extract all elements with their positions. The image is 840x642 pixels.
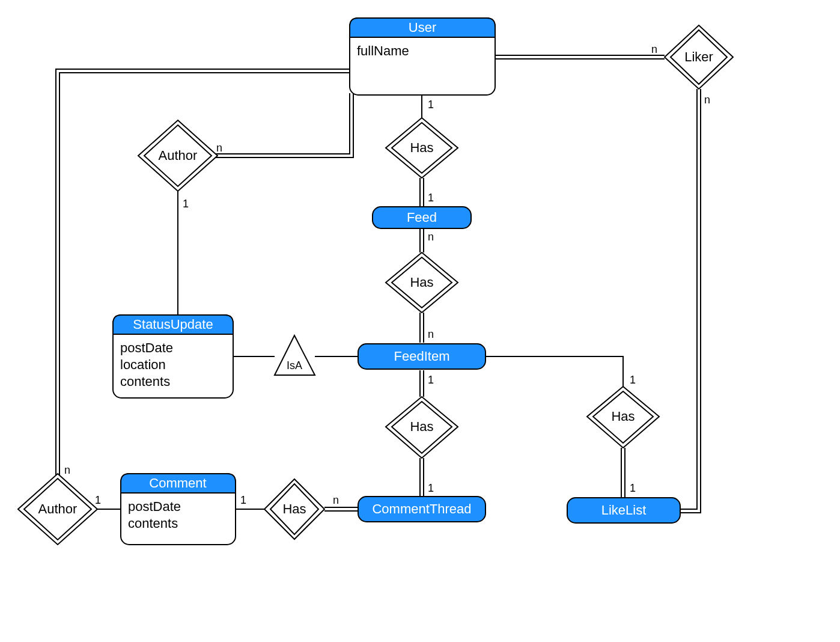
card-ll-1: 1 <box>630 482 636 494</box>
entity-user-title: User <box>409 20 436 35</box>
entity-feeditem: FeedItem <box>358 344 485 369</box>
rel-has-ct-comment-label: Has <box>282 501 306 516</box>
entity-comment-attr-1: contents <box>128 516 178 531</box>
rel-has-feeditem-likelist-label: Has <box>611 409 635 424</box>
rel-has-feed-feeditem-label: Has <box>410 275 433 290</box>
rel-author-comment-label: Author <box>38 501 78 516</box>
card-author-status-1: 1 <box>183 198 189 210</box>
entity-statusupdate-attr-2: contents <box>120 374 170 389</box>
entity-feed: Feed <box>373 207 471 228</box>
card-author-comment-1: 1 <box>95 494 101 506</box>
rel-liker-label: Liker <box>684 49 713 64</box>
entity-likelist: LikeList <box>567 498 680 523</box>
er-diagram: 1 1 n n 1 1 n 1 1 n 1 n n n 1 1 User ful… <box>0 0 840 642</box>
entity-comment-attr-0: postDate <box>128 499 181 514</box>
rel-liker: Liker <box>665 25 733 89</box>
card-liker-user-n: n <box>651 43 657 55</box>
entity-user-attr-0: fullName <box>357 43 409 58</box>
card-feeditem-n: n <box>428 328 434 340</box>
rel-has-user-feed-label: Has <box>410 140 433 155</box>
rel-author-comment: Author <box>18 474 97 545</box>
card-feeditem-ct-1: 1 <box>428 374 434 386</box>
entity-commentthread: CommentThread <box>358 497 485 522</box>
card-feeditem-ll-1: 1 <box>630 374 636 386</box>
entity-feeditem-title: FeedItem <box>394 349 450 364</box>
entity-statusupdate: StatusUpdate postDate location contents <box>113 315 233 398</box>
entity-likelist-title: LikeList <box>601 503 647 518</box>
entity-statusupdate-title: StatusUpdate <box>133 317 213 332</box>
rel-isa-label: IsA <box>287 359 302 371</box>
rel-isa: IsA <box>275 335 315 375</box>
entity-commentthread-title: CommentThread <box>372 501 471 516</box>
rel-has-feeditem-ct-label: Has <box>410 419 433 434</box>
card-feed-n: n <box>428 231 434 243</box>
connectors <box>56 55 701 513</box>
card-feed-has-user: 1 <box>428 192 434 204</box>
card-author-comment-n: n <box>64 464 70 476</box>
rel-has-feeditem-ct: Has <box>386 397 458 458</box>
card-comment-1: 1 <box>240 494 246 506</box>
card-user-has: 1 <box>428 99 434 111</box>
rel-has-feed-feeditem: Has <box>386 252 458 313</box>
card-ct-comment-n: n <box>333 494 339 506</box>
card-liker-likelist-n: n <box>704 94 710 106</box>
entity-comment: Comment postDate contents <box>121 474 236 545</box>
entity-feed-title: Feed <box>407 210 437 225</box>
entity-comment-title: Comment <box>149 475 206 491</box>
rel-has-feeditem-likelist: Has <box>587 387 659 448</box>
entity-statusupdate-attr-0: postDate <box>120 340 173 355</box>
rel-has-user-feed: Has <box>386 118 458 178</box>
card-ct-1: 1 <box>428 482 434 494</box>
rel-author-status: Author <box>138 120 218 191</box>
entity-statusupdate-attr-1: location <box>120 357 166 372</box>
rel-has-ct-comment: Has <box>264 479 324 539</box>
rel-author-status-label: Author <box>159 148 198 163</box>
entity-user: User fullName <box>350 18 495 95</box>
card-author-status-n: n <box>216 142 222 154</box>
